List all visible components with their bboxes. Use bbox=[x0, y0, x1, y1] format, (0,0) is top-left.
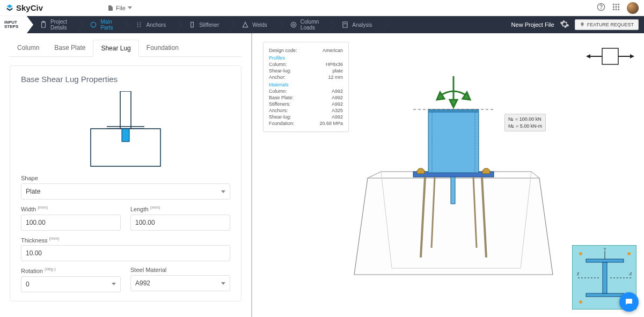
app-name: SkyCiv bbox=[16, 3, 43, 12]
chat-icon bbox=[624, 297, 634, 307]
triangle-icon bbox=[241, 21, 249, 28]
step-anchors[interactable]: Anchors bbox=[122, 16, 175, 33]
svg-rect-42 bbox=[451, 177, 455, 204]
svg-point-21 bbox=[291, 22, 296, 27]
width-label: Width (mm) bbox=[21, 205, 121, 212]
panel-title: Base Shear Lug Properties bbox=[21, 75, 230, 84]
svg-marker-49 bbox=[586, 54, 590, 58]
svg-rect-34 bbox=[428, 109, 479, 173]
svg-point-22 bbox=[292, 24, 295, 26]
logo-icon bbox=[5, 4, 14, 12]
rotation-value: 0 bbox=[26, 281, 30, 288]
svg-rect-58 bbox=[603, 262, 607, 293]
svg-marker-45 bbox=[450, 100, 457, 107]
file-icon bbox=[107, 5, 114, 11]
file-menu[interactable]: File bbox=[107, 5, 132, 11]
rotation-label: Rotation (deg.) bbox=[21, 267, 121, 274]
svg-rect-57 bbox=[586, 293, 624, 297]
feature-request-button[interactable]: FEATURE REQUEST bbox=[575, 19, 639, 30]
shape-select[interactable]: Plate bbox=[21, 183, 230, 200]
svg-rect-23 bbox=[343, 22, 347, 28]
svg-rect-51 bbox=[602, 48, 618, 64]
new-project-file[interactable]: New Project File bbox=[511, 21, 554, 28]
svg-point-18 bbox=[137, 26, 138, 27]
left-panel: Column Base Plate Shear Lug Foundation B… bbox=[0, 33, 252, 317]
topbar: SkyCiv File bbox=[0, 0, 644, 16]
tab-shear-lug[interactable]: Shear Lug bbox=[93, 40, 138, 57]
target-icon bbox=[290, 21, 297, 28]
svg-point-13 bbox=[91, 22, 96, 27]
step-welds[interactable]: Welds bbox=[229, 16, 277, 33]
svg-point-16 bbox=[137, 24, 138, 25]
chat-button[interactable] bbox=[619, 292, 639, 312]
app-logo: SkyCiv bbox=[5, 3, 43, 12]
svg-rect-8 bbox=[613, 9, 614, 10]
viewport-panel: Design code:American Profiles Column:HP8… bbox=[252, 33, 644, 317]
step-analysis[interactable]: Analysis bbox=[328, 16, 382, 33]
shear-lug-diagram bbox=[21, 89, 230, 175]
svg-point-17 bbox=[140, 24, 141, 25]
svg-rect-31 bbox=[122, 129, 129, 142]
tab-column[interactable]: Column bbox=[10, 40, 47, 56]
shape-label: Shape bbox=[21, 175, 230, 181]
chevron-down-icon bbox=[221, 282, 225, 285]
svg-point-14 bbox=[137, 23, 138, 24]
clipboard-icon bbox=[40, 21, 47, 28]
load-annotations: N₂ = 100.00 kN M₂ = 5.00 kN-m bbox=[504, 114, 546, 131]
svg-rect-27 bbox=[120, 91, 131, 129]
dots-icon bbox=[135, 21, 143, 28]
svg-point-52 bbox=[579, 252, 582, 255]
avatar[interactable] bbox=[627, 2, 639, 14]
material-select[interactable]: A992 bbox=[130, 275, 230, 291]
settings-icon[interactable] bbox=[560, 19, 569, 30]
step-project-details[interactable]: ProjectDetails bbox=[27, 16, 77, 33]
svg-rect-5 bbox=[613, 6, 614, 8]
step-nav: INPUTSTEPS ProjectDetails MainParts Anch… bbox=[0, 16, 644, 33]
thickness-label: Thickness (mm) bbox=[21, 236, 230, 244]
rect-icon bbox=[188, 21, 196, 28]
svg-text:Z: Z bbox=[577, 272, 580, 276]
circle-icon bbox=[90, 21, 97, 28]
svg-rect-4 bbox=[618, 4, 619, 5]
tab-base-plate[interactable]: Base Plate bbox=[47, 40, 93, 56]
help-icon[interactable] bbox=[597, 3, 605, 13]
tab-foundation[interactable]: Foundation bbox=[139, 40, 186, 56]
length-input[interactable] bbox=[130, 215, 230, 231]
svg-text:Y: Y bbox=[604, 247, 606, 251]
calculator-icon bbox=[341, 21, 349, 28]
step-stiffener[interactable]: Stiffener bbox=[175, 16, 229, 33]
rotation-select[interactable]: 0 bbox=[21, 276, 121, 292]
svg-marker-50 bbox=[630, 54, 634, 58]
svg-rect-9 bbox=[616, 9, 617, 10]
svg-rect-56 bbox=[586, 259, 624, 262]
svg-point-54 bbox=[579, 300, 582, 304]
chevron-down-icon bbox=[221, 190, 225, 193]
chevron-down-icon bbox=[112, 283, 116, 285]
file-menu-label: File bbox=[116, 5, 126, 11]
apps-grid-icon[interactable] bbox=[612, 3, 620, 13]
shape-value: Plate bbox=[26, 188, 40, 195]
material-value: A992 bbox=[135, 279, 150, 287]
orientation-top-view[interactable] bbox=[586, 43, 634, 70]
svg-rect-35 bbox=[428, 109, 479, 113]
properties-panel: Base Shear Lug Properties Shape Plate bbox=[10, 65, 241, 301]
svg-rect-2 bbox=[613, 4, 614, 5]
feature-request-label: FEATURE REQUEST bbox=[587, 22, 634, 27]
svg-rect-7 bbox=[618, 6, 619, 8]
svg-rect-10 bbox=[618, 9, 619, 10]
step-column-loads[interactable]: ColumnLoads bbox=[277, 16, 328, 33]
chevron-down-icon bbox=[128, 6, 132, 9]
svg-point-53 bbox=[627, 252, 631, 255]
thickness-input[interactable] bbox=[21, 245, 230, 261]
svg-rect-3 bbox=[616, 4, 617, 5]
step-main-parts[interactable]: MainParts bbox=[77, 16, 122, 33]
property-tabs: Column Base Plate Shear Lug Foundation bbox=[10, 40, 241, 57]
width-input[interactable] bbox=[21, 215, 121, 231]
length-label: Length (mm) bbox=[130, 205, 230, 212]
lightbulb-icon bbox=[580, 22, 585, 27]
svg-point-15 bbox=[140, 23, 141, 24]
material-label: Steel Material bbox=[130, 267, 230, 273]
steps-label: INPUTSTEPS bbox=[0, 16, 27, 33]
svg-rect-6 bbox=[616, 6, 617, 8]
svg-point-19 bbox=[140, 26, 141, 27]
